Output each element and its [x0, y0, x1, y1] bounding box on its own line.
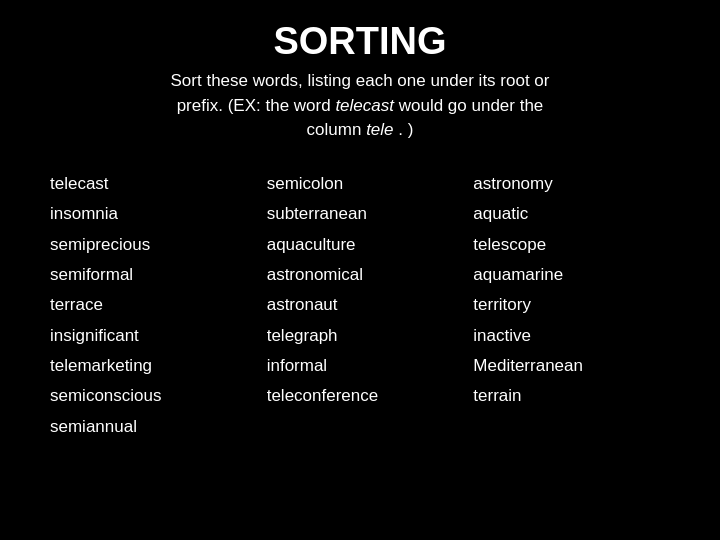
word-item: semiprecious [50, 232, 247, 258]
column-3: astronomyaquatictelescopeaquamarineterri… [463, 171, 670, 440]
word-item: telecast [50, 171, 247, 197]
word-item: inactive [473, 323, 670, 349]
word-item: aquaculture [267, 232, 464, 258]
word-item: astronaut [267, 292, 464, 318]
word-item: semiformal [50, 262, 247, 288]
word-item: semiannual [50, 414, 247, 440]
title: SORTING [273, 20, 446, 63]
column-1: telecastinsomniasemiprecioussemiformalte… [50, 171, 247, 440]
subtitle-italic2: tele [366, 120, 393, 139]
word-item: aquamarine [473, 262, 670, 288]
word-item: telescope [473, 232, 670, 258]
subtitle-line2b: would go under the [394, 96, 543, 115]
subtitle-line3: column [307, 120, 367, 139]
word-item: subterranean [267, 201, 464, 227]
word-item: telemarketing [50, 353, 247, 379]
word-item: semiconscious [50, 383, 247, 409]
word-item: insomnia [50, 201, 247, 227]
word-item: informal [267, 353, 464, 379]
column-2: semicolonsubterraneanaquacultureastronom… [247, 171, 464, 440]
word-item: astronomy [473, 171, 670, 197]
subtitle-line2: prefix. (EX: the word [177, 96, 336, 115]
word-item: insignificant [50, 323, 247, 349]
word-item: terrace [50, 292, 247, 318]
subtitle-italic: telecast [335, 96, 394, 115]
columns: telecastinsomniasemiprecioussemiformalte… [40, 171, 680, 440]
word-item: telegraph [267, 323, 464, 349]
subtitle: Sort these words, listing each one under… [171, 69, 550, 143]
word-item: territory [473, 292, 670, 318]
word-item: Mediterranean [473, 353, 670, 379]
subtitle-line3b: . ) [394, 120, 414, 139]
word-item: aquatic [473, 201, 670, 227]
word-item: terrain [473, 383, 670, 409]
subtitle-line1: Sort these words, listing each one under… [171, 71, 550, 90]
word-item: semicolon [267, 171, 464, 197]
word-item: teleconference [267, 383, 464, 409]
word-item: astronomical [267, 262, 464, 288]
